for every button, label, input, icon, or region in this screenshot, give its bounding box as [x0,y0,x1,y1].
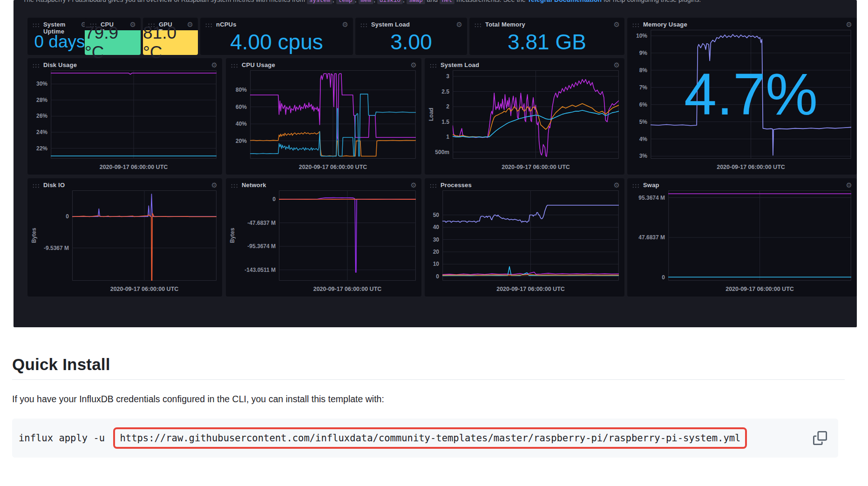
y-tick-label: -95.3674 M [247,243,276,250]
stat-value: 4.00 cpus [200,29,353,55]
disk-usage-chart[interactable]: 2020-09-17 06:00:00 UTC [51,70,217,159]
drag-handle-icon[interactable] [474,22,481,28]
y-axis-title: Bytes [30,190,38,281]
x-axis-label: 2020-09-17 06:00:00 UTC [51,164,217,170]
y-tick-label: 26% [36,113,47,119]
drag-handle-icon[interactable] [360,22,367,28]
memory-usage-stat: 4.7% [651,30,851,159]
measurement-pill-mem: mem [359,0,374,4]
y-tick-label: 500m [435,149,449,155]
panel-title: Disk Usage [43,62,77,69]
quick-install-heading: Quick Install [12,355,845,380]
drag-handle-icon[interactable] [32,183,40,189]
y-tick-label: 8% [639,67,647,74]
chart-svg [279,190,416,281]
panel-processes: Processes ⚙ 50403020100 2020-09-17 06:00… [425,178,624,297]
panel-network: Network ⚙ Bytes 0-47.6837 M-95.3674 M-14… [226,178,421,297]
x-axis-label: 2020-09-17 06:00:00 UTC [453,164,619,170]
chart-svg [668,190,851,281]
telegraf-documentation-link[interactable]: Telegraf Documentation [528,0,602,3]
drag-handle-icon[interactable] [32,63,40,68]
stat-value: 3.81 GB [469,29,624,55]
intro-sep: , [355,0,359,3]
drag-handle-icon[interactable] [205,22,212,28]
intro-sep: and [425,0,440,3]
panel-gpu-temp: GPU Temp ⚙ 81.0 °C [143,18,198,55]
drag-handle-icon[interactable] [231,183,238,189]
drag-handle-icon[interactable] [632,22,639,28]
disk-io-chart[interactable]: 2020-09-17 06:00:00 UTC [72,190,217,281]
stat-value: 81.0 °C [143,30,198,55]
gear-icon[interactable]: ⚙ [211,61,217,68]
gear-icon[interactable]: ⚙ [456,21,462,28]
gear-icon[interactable]: ⚙ [846,21,852,28]
intro-sep: , [332,0,336,3]
gear-icon[interactable]: ⚙ [211,182,217,189]
y-tick-label: 0 [662,274,665,281]
panel-title: CPU Usage [242,62,275,69]
copy-button[interactable] [812,430,828,446]
drag-handle-icon[interactable] [32,22,40,28]
gear-icon[interactable]: ⚙ [411,61,417,68]
drag-handle-icon[interactable] [632,183,639,189]
y-tick-label: 7% [639,84,647,91]
panel-title: Memory Usage [643,21,687,28]
y-tick-label: 9% [639,50,647,56]
y-tick-label: 22% [36,145,47,152]
y-tick-label: 0 [272,196,276,202]
stat-value: 0 days [27,29,92,55]
y-axis: 95.3674 M47.6837 M0 [630,190,668,281]
y-tick-label: 60% [236,104,247,110]
influxdb-dashboard-screenshot: The Raspberry Pi dashboard gives you an … [14,0,857,327]
y-tick-label: -143.0511 M [244,267,276,273]
y-tick-label: 6% [639,101,647,108]
gear-icon[interactable]: ⚙ [614,182,620,189]
memory-usage-chart[interactable]: 4.7% 2020-09-17 06:00:00 UTC [651,30,851,159]
y-tick-label: 47.6837 M [638,234,665,241]
panel-system-load-chart: System Load ⚙ Load 32.521.51500m 2020-09… [425,58,624,175]
gear-icon[interactable]: ⚙ [846,182,852,189]
drag-handle-icon[interactable] [231,63,238,68]
y-tick-label: 3% [639,153,647,159]
panel-system-load-stat: System Load ⚙ 3.00 [355,18,467,55]
panel-system-uptime: System Uptime ⚙ 0 days [27,18,92,55]
panel-disk-io: Disk IO ⚙ Bytes 0-9.5367 M 2020-09-17 06… [27,178,222,297]
quick-install-paragraph: If you have your InfluxDB credentials co… [12,394,845,405]
swap-chart[interactable]: 2020-09-17 06:00:00 UTC [668,190,851,281]
y-tick-label: 1.5 [441,119,449,125]
panel-title: System Load [371,21,410,28]
panel-title: Total Memory [485,21,525,28]
gear-icon[interactable]: ⚙ [411,182,417,189]
y-axis: 0-47.6837 M-95.3674 M-143.0511 M [236,190,279,281]
drag-handle-icon[interactable] [429,63,437,68]
y-tick-label: 30% [36,81,47,87]
chart-svg [72,190,217,281]
gear-icon[interactable]: ⚙ [342,21,348,28]
processes-chart[interactable]: 2020-09-17 06:00:00 UTC [442,190,619,281]
panel-title: Network [242,182,266,189]
cpu-usage-chart[interactable]: 2020-09-17 06:00:00 UTC [250,70,416,159]
y-tick-label: -47.6837 M [247,220,276,226]
chart-svg [453,70,619,159]
panel-total-memory: Total Memory ⚙ 3.81 GB [469,18,624,55]
x-axis-label: 2020-09-17 06:00:00 UTC [279,286,416,292]
panel-title: Processes [441,182,472,189]
y-tick-label: 10 [433,261,439,267]
y-axis: 32.521.51500m [435,70,453,159]
stat-value: 3.00 [355,29,467,55]
system-load-chart[interactable]: 2020-09-17 06:00:00 UTC [453,70,619,159]
y-tick-label: 0 [66,213,69,220]
y-tick-label: 4% [639,136,647,142]
measurement-pill-swap: swap [407,0,425,4]
gear-icon[interactable]: ⚙ [614,61,620,68]
y-tick-label: 2 [446,103,449,110]
x-axis-label: 2020-09-17 06:00:00 UTC [442,286,619,292]
chart-svg [51,70,217,159]
measurement-pill-diskio: diskio [377,0,403,4]
panel-title: nCPUs [216,21,237,28]
y-axis: 30%28%26%24%22% [30,70,51,159]
gear-icon[interactable]: ⚙ [614,21,620,28]
panel-swap: Swap ⚙ 95.3674 M47.6837 M0 2020-09-17 06… [627,178,857,297]
network-chart[interactable]: 2020-09-17 06:00:00 UTC [279,190,416,281]
drag-handle-icon[interactable] [429,183,437,189]
